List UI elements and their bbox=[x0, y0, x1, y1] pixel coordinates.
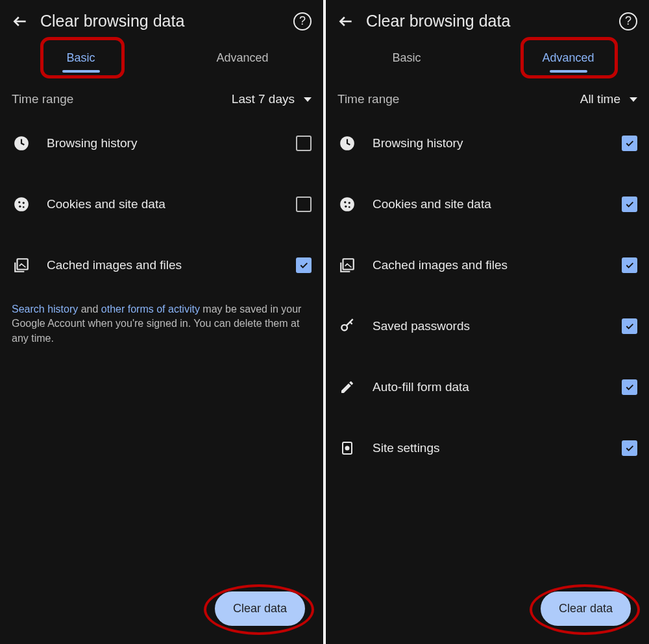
item-label: Cookies and site data bbox=[44, 197, 283, 211]
time-range-label: Time range bbox=[337, 92, 580, 106]
footnote: Search history and other forms of activi… bbox=[0, 296, 323, 352]
tab-advanced[interactable]: Advanced bbox=[487, 45, 649, 74]
checkbox-site-settings[interactable] bbox=[622, 440, 637, 456]
cookie-icon bbox=[337, 195, 357, 214]
clock-icon bbox=[337, 134, 357, 153]
item-label: Cookies and site data bbox=[370, 197, 609, 211]
svg-point-3 bbox=[23, 202, 25, 204]
svg-point-2 bbox=[18, 201, 20, 203]
back-icon[interactable] bbox=[12, 13, 29, 30]
panel-basic: Clear browsing data ? Basic Advanced Tim… bbox=[0, 0, 323, 644]
pencil-icon bbox=[337, 377, 357, 397]
image-icon bbox=[337, 256, 357, 275]
time-range-label: Time range bbox=[12, 92, 232, 106]
help-icon[interactable]: ? bbox=[293, 12, 312, 30]
clear-button-wrap: Clear data bbox=[215, 591, 305, 626]
checkbox-passwords[interactable] bbox=[622, 318, 637, 334]
key-icon bbox=[337, 316, 357, 336]
tab-basic[interactable]: Basic bbox=[326, 45, 487, 74]
checkbox-cache[interactable] bbox=[622, 257, 637, 273]
checkbox-autofill[interactable] bbox=[622, 379, 637, 395]
settings-page-icon bbox=[337, 438, 357, 458]
tab-advanced[interactable]: Advanced bbox=[162, 45, 323, 74]
checkbox-cookies[interactable] bbox=[296, 197, 312, 212]
panel-advanced: Clear browsing data ? Basic Advanced Tim… bbox=[326, 0, 649, 644]
clock-icon bbox=[12, 134, 31, 153]
list-item[interactable]: Cookies and site data bbox=[0, 174, 323, 235]
image-icon bbox=[12, 256, 31, 275]
list-item[interactable]: Cached images and files bbox=[0, 235, 323, 296]
checkbox-cache[interactable] bbox=[296, 257, 312, 273]
footnote-link[interactable]: other forms of activity bbox=[101, 304, 200, 315]
time-range-selector[interactable]: Time range All time bbox=[326, 80, 649, 113]
item-label: Cached images and files bbox=[44, 258, 283, 272]
footnote-link[interactable]: Search history bbox=[12, 304, 78, 315]
svg-point-10 bbox=[349, 202, 350, 204]
clear-data-button[interactable]: Clear data bbox=[215, 591, 305, 626]
checkbox-browsing-history[interactable] bbox=[296, 136, 312, 151]
list-item[interactable]: Browsing history bbox=[0, 113, 323, 174]
svg-point-5 bbox=[23, 206, 25, 208]
tabs: Basic Advanced bbox=[0, 36, 323, 80]
svg-point-11 bbox=[345, 206, 347, 208]
svg-point-16 bbox=[346, 447, 349, 450]
list-item[interactable]: Cached images and files bbox=[326, 235, 649, 296]
clear-button-wrap: Clear data bbox=[541, 591, 631, 626]
chevron-down-icon bbox=[304, 97, 312, 102]
svg-point-8 bbox=[340, 197, 354, 211]
clear-data-button[interactable]: Clear data bbox=[541, 591, 631, 626]
time-range-selector[interactable]: Time range Last 7 days bbox=[0, 80, 323, 113]
cookie-icon bbox=[12, 195, 31, 214]
checkbox-browsing-history[interactable] bbox=[622, 136, 637, 151]
svg-point-4 bbox=[19, 206, 21, 208]
list-item[interactable]: Auto-fill form data bbox=[326, 357, 649, 418]
item-label: Auto-fill form data bbox=[370, 380, 609, 394]
list-item[interactable]: Cookies and site data bbox=[326, 174, 649, 235]
time-range-value: All time bbox=[580, 92, 620, 106]
item-label: Site settings bbox=[370, 441, 609, 455]
help-icon[interactable]: ? bbox=[619, 12, 637, 30]
tabs: Basic Advanced bbox=[326, 36, 649, 80]
time-range-value: Last 7 days bbox=[232, 92, 295, 106]
item-label: Saved passwords bbox=[370, 319, 609, 333]
header: Clear browsing data ? bbox=[326, 0, 649, 36]
item-label: Browsing history bbox=[370, 136, 609, 150]
item-label: Browsing history bbox=[44, 136, 283, 150]
header: Clear browsing data ? bbox=[0, 0, 323, 36]
page-title: Clear browsing data bbox=[366, 12, 607, 30]
svg-point-14 bbox=[341, 325, 347, 331]
svg-point-12 bbox=[349, 206, 350, 208]
svg-point-9 bbox=[344, 201, 346, 203]
list-item[interactable]: Site settings bbox=[326, 418, 649, 479]
svg-point-1 bbox=[14, 197, 29, 211]
items-list: Browsing history Cookies and site data C… bbox=[0, 113, 323, 296]
tab-basic[interactable]: Basic bbox=[0, 45, 162, 74]
list-item[interactable]: Browsing history bbox=[326, 113, 649, 174]
items-list: Browsing history Cookies and site data C… bbox=[326, 113, 649, 479]
back-icon[interactable] bbox=[337, 13, 354, 30]
chevron-down-icon bbox=[630, 97, 637, 102]
checkbox-cookies[interactable] bbox=[622, 197, 637, 212]
list-item[interactable]: Saved passwords bbox=[326, 296, 649, 357]
item-label: Cached images and files bbox=[370, 258, 609, 272]
page-title: Clear browsing data bbox=[40, 12, 282, 30]
